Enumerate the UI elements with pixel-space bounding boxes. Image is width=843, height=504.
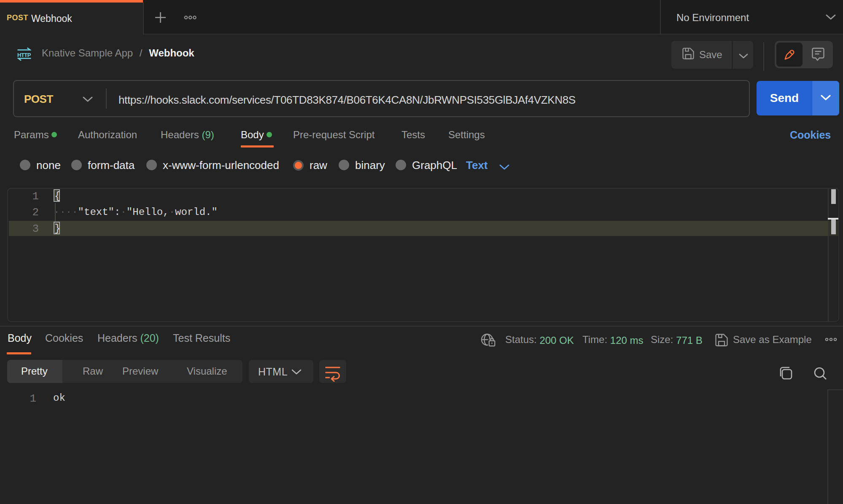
svg-text:HTTP: HTTP xyxy=(17,52,31,58)
